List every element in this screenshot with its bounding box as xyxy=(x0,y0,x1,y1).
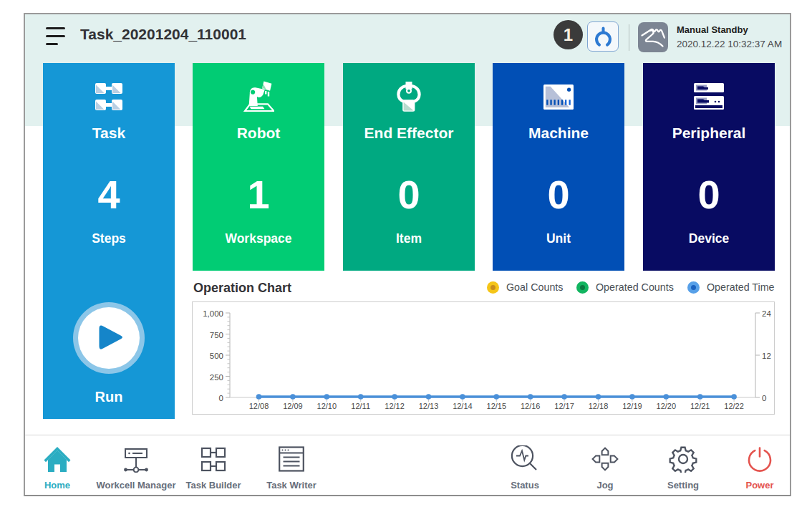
svg-text:12/21: 12/21 xyxy=(690,402,710,410)
svg-text:24: 24 xyxy=(762,309,771,318)
svg-text:12/14: 12/14 xyxy=(453,402,473,410)
svg-text:12/11: 12/11 xyxy=(351,402,370,410)
svg-text:12/09: 12/09 xyxy=(283,402,303,410)
svg-text:12: 12 xyxy=(762,352,771,360)
svg-text:500: 500 xyxy=(210,352,223,360)
svg-text:12/12: 12/12 xyxy=(385,402,405,410)
svg-text:12/17: 12/17 xyxy=(554,402,574,410)
svg-text:12/08: 12/08 xyxy=(249,402,269,410)
svg-text:250: 250 xyxy=(210,373,223,382)
svg-text:12/13: 12/13 xyxy=(419,402,439,410)
svg-text:12/15: 12/15 xyxy=(487,402,507,410)
svg-text:12/19: 12/19 xyxy=(622,402,642,410)
svg-text:1,000: 1,000 xyxy=(203,309,223,318)
svg-text:12/22: 12/22 xyxy=(724,402,744,410)
svg-text:0: 0 xyxy=(219,394,223,402)
svg-text:12/20: 12/20 xyxy=(657,402,677,410)
svg-text:12/16: 12/16 xyxy=(521,402,541,410)
svg-text:750: 750 xyxy=(210,331,223,339)
svg-text:12/10: 12/10 xyxy=(317,402,337,410)
svg-text:12/18: 12/18 xyxy=(589,402,609,410)
svg-text:0: 0 xyxy=(762,394,766,402)
